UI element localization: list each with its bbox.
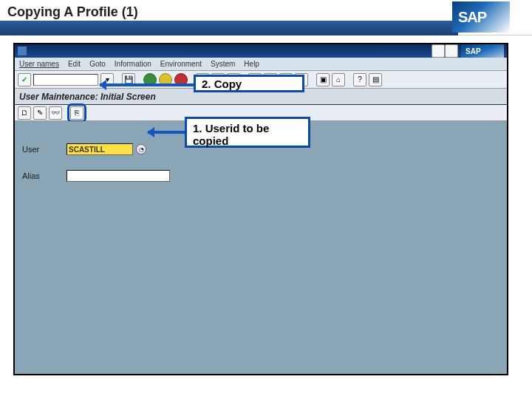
help-button[interactable]: ? — [353, 73, 366, 86]
menu-edit[interactable]: Edit — [68, 60, 81, 68]
alias-input[interactable] — [66, 170, 170, 182]
display-button[interactable]: 👓 — [49, 106, 62, 120]
slide-header: Copying A Profile (1) SAP — [0, 0, 532, 35]
copy-button[interactable]: ⎘ — [70, 106, 83, 120]
menu-goto[interactable]: Goto — [89, 60, 106, 68]
window-titlebar: _ □ SAP — [15, 44, 507, 58]
f4-help-button[interactable]: ◔ — [136, 144, 146, 154]
window-icon — [18, 47, 27, 55]
callout-copy: 2. Copy — [194, 75, 304, 92]
user-input[interactable] — [66, 143, 133, 155]
alias-label: Alias — [22, 171, 66, 180]
arrow-to-user-field — [148, 131, 185, 134]
slide-accent-bar — [0, 21, 458, 35]
command-field[interactable] — [33, 74, 98, 86]
window-min-button[interactable]: _ — [432, 44, 445, 58]
window-max-button[interactable]: □ — [445, 44, 458, 58]
shortcut-button[interactable]: ⌂ — [332, 73, 345, 86]
layout-button[interactable]: ▤ — [369, 73, 382, 86]
sap-mini-logo: SAP — [461, 44, 504, 58]
alias-field-row: Alias — [22, 170, 499, 182]
slide-title: Copying A Profile (1) — [7, 4, 138, 20]
menu-system[interactable]: System — [211, 60, 235, 68]
sap-logo: SAP — [452, 1, 510, 33]
menubar: User names Edit Goto Information Environ… — [15, 58, 507, 71]
change-button[interactable]: ✎ — [33, 106, 47, 120]
menu-usernames[interactable]: User names — [19, 60, 59, 68]
screen-body: User ◔ Alias — [15, 121, 507, 375]
arrow-to-copy-button — [100, 83, 194, 86]
menu-help[interactable]: Help — [244, 60, 259, 68]
user-label: User — [22, 145, 66, 154]
enter-button[interactable]: ✓ — [18, 73, 31, 86]
create-button[interactable]: 🗋 — [18, 106, 31, 120]
callout-userid: 1. Userid to be copied — [185, 117, 310, 148]
menu-environment[interactable]: Environment — [160, 60, 202, 68]
sap-gui-window: _ □ SAP User names Edit Goto Information… — [13, 43, 508, 375]
new-session-button[interactable]: ▣ — [316, 73, 330, 86]
menu-information[interactable]: Information — [115, 60, 151, 68]
